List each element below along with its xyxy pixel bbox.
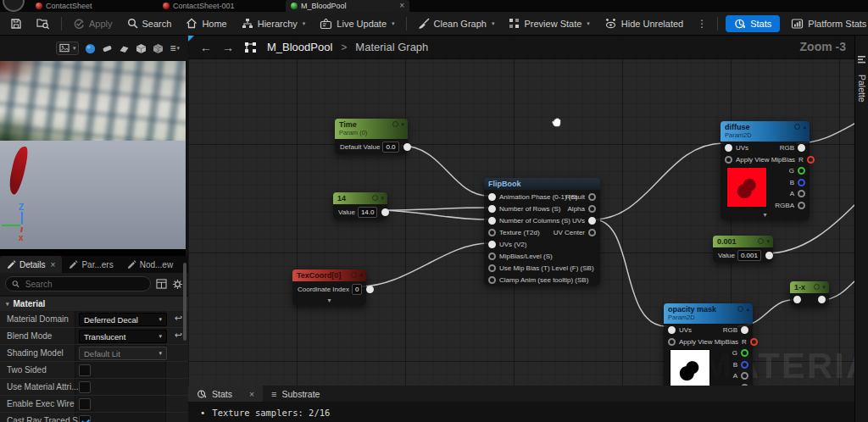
node-texcoord[interactable]: TexCoord[0]▾Coordinate Index0▾ bbox=[292, 269, 366, 306]
stats-toggle-button[interactable]: Stats bbox=[726, 15, 780, 32]
expand-chevron-icon[interactable]: ▾ bbox=[292, 297, 366, 306]
output-pin[interactable] bbox=[588, 205, 596, 213]
preview-custom-mesh-button[interactable] bbox=[153, 43, 164, 54]
node-time[interactable]: TimeParam (0)▾Default Value0.0 bbox=[335, 119, 408, 154]
preview-shape-plane-button[interactable] bbox=[119, 43, 130, 54]
platform-stats-button[interactable]: Platform Stats bbox=[787, 15, 868, 32]
tab-contactsheet-001[interactable]: ContactSheet-001 bbox=[158, 0, 281, 12]
details-search-box[interactable] bbox=[5, 276, 151, 292]
input-pin[interactable] bbox=[488, 193, 496, 201]
node-flipbook[interactable]: FlipBookAnimation Phase (0-1) (S)Number … bbox=[484, 178, 600, 286]
output-pin[interactable] bbox=[798, 190, 805, 197]
input-pin[interactable] bbox=[488, 276, 496, 284]
back-button[interactable]: ← bbox=[200, 41, 212, 54]
output-pin[interactable] bbox=[741, 372, 748, 380]
input-pin[interactable] bbox=[725, 156, 732, 164]
output-pin[interactable] bbox=[403, 143, 411, 151]
input-pin[interactable] bbox=[725, 144, 732, 152]
output-pin[interactable] bbox=[588, 193, 596, 201]
material-graph-canvas[interactable]: ← → M_BloodPool > Material Graph Zoom -3… bbox=[188, 36, 854, 386]
input-pin[interactable] bbox=[488, 217, 496, 225]
output-pin[interactable] bbox=[741, 326, 748, 334]
node-one-minus-x[interactable]: 1-x▾ bbox=[790, 281, 829, 306]
home-button[interactable]: Home bbox=[182, 15, 230, 31]
node-header[interactable]: 1-x▾ bbox=[790, 281, 829, 293]
unreal-logo-icon[interactable] bbox=[3, 0, 25, 12]
browse-content-button[interactable] bbox=[33, 14, 53, 32]
reset-to-default-icon[interactable]: ↩ bbox=[175, 313, 182, 324]
close-icon[interactable]: × bbox=[249, 389, 254, 399]
hide-unrelated-button[interactable]: Hide Unrelated bbox=[601, 15, 687, 31]
hierarchy-button[interactable]: Hierarchy ▾ bbox=[238, 15, 309, 31]
field-value[interactable]: 0 bbox=[352, 284, 362, 295]
output-pin[interactable] bbox=[750, 338, 758, 346]
preview-options-menu-button[interactable]: ≡ ▾ bbox=[170, 42, 180, 54]
node-header[interactable]: TimeParam (0)▾ bbox=[335, 119, 408, 139]
input-pin[interactable] bbox=[793, 296, 801, 303]
wire-time-to-flipbook[interactable] bbox=[402, 146, 488, 196]
tab-parameters[interactable]: Par...ers bbox=[62, 256, 120, 273]
chevron-up-icon[interactable]: ▴ bbox=[746, 306, 749, 312]
input-pin[interactable] bbox=[668, 326, 676, 334]
field-value[interactable]: 0.0 bbox=[382, 142, 398, 153]
details-search-input[interactable] bbox=[24, 279, 144, 290]
output-pin[interactable] bbox=[807, 156, 815, 164]
chevron-down-icon[interactable]: ▾ bbox=[822, 284, 826, 290]
field-value[interactable]: 0.001 bbox=[737, 250, 761, 261]
material-section-header[interactable]: ▾ Material bbox=[0, 297, 188, 311]
output-pin[interactable] bbox=[741, 361, 748, 369]
input-pin[interactable] bbox=[488, 264, 496, 272]
node-header[interactable]: 0.001▾ bbox=[713, 236, 773, 247]
chevron-down-icon[interactable]: ▾ bbox=[401, 121, 404, 127]
tab-node-preview[interactable]: Nod...ew bbox=[120, 256, 180, 273]
preview-state-button[interactable]: Preview State ▾ bbox=[505, 15, 593, 31]
chevron-down-icon[interactable]: ▾ bbox=[381, 195, 384, 201]
output-pin[interactable] bbox=[798, 202, 805, 209]
output-pin[interactable] bbox=[741, 349, 748, 357]
gear-icon[interactable] bbox=[172, 279, 183, 290]
two-sided-checkbox[interactable] bbox=[79, 364, 91, 376]
node-header[interactable]: diffuseParam2D▴ bbox=[721, 121, 810, 142]
close-icon[interactable]: × bbox=[51, 260, 56, 269]
material-domain-dropdown[interactable]: Deferred Decal▾ bbox=[79, 313, 167, 326]
output-pin[interactable] bbox=[366, 286, 374, 293]
wire-flipbook-to-opacity-mask[interactable] bbox=[593, 219, 666, 326]
tab-details[interactable]: Details × bbox=[0, 256, 62, 273]
output-pin[interactable] bbox=[798, 167, 805, 175]
node-opacity-mask[interactable]: opacity maskParam2D▴UVsRGBApply View Mip… bbox=[664, 303, 753, 386]
node-value-0001[interactable]: 0.001▾Value0.001 bbox=[713, 236, 773, 263]
tab-substrate[interactable]: ≡ Substrate bbox=[263, 386, 328, 402]
wire-flipbook-to-diffuse[interactable] bbox=[593, 143, 723, 219]
node-diffuse[interactable]: diffuseParam2D▴UVsRGBApply View MipBiasR… bbox=[721, 121, 810, 220]
search-button[interactable]: Search bbox=[124, 15, 175, 31]
preview-shape-cylinder-button[interactable] bbox=[102, 43, 113, 54]
node-header[interactable]: 14▾ bbox=[333, 192, 387, 204]
wire-constant-14-to-flipbook[interactable] bbox=[383, 208, 488, 210]
display-options-icon[interactable] bbox=[156, 279, 167, 289]
chevron-down-icon[interactable]: ▾ bbox=[359, 272, 363, 278]
blend-mode-dropdown[interactable]: Translucent▾ bbox=[79, 330, 167, 343]
input-pin[interactable] bbox=[488, 205, 496, 213]
details-scrollbar[interactable] bbox=[183, 263, 186, 341]
close-icon[interactable]: × bbox=[399, 2, 404, 10]
wire-constant-14-to-flipbook[interactable] bbox=[383, 210, 488, 219]
clean-graph-button[interactable]: Clean Graph ▾ bbox=[415, 15, 498, 32]
tab-stats[interactable]: Stats × bbox=[188, 386, 263, 402]
cast-ray-traced-s--checkbox[interactable] bbox=[79, 415, 91, 422]
reset-to-default-icon[interactable]: ↩ bbox=[175, 330, 182, 341]
input-pin[interactable] bbox=[488, 241, 496, 248]
output-pin[interactable] bbox=[798, 144, 805, 152]
preview-shape-cube-button[interactable] bbox=[136, 43, 147, 54]
output-pin[interactable] bbox=[588, 229, 596, 236]
input-pin[interactable] bbox=[488, 253, 496, 260]
wire-texcoord-to-flipbook[interactable] bbox=[360, 243, 488, 286]
breadcrumb-asset[interactable]: M_BloodPool bbox=[267, 41, 332, 53]
output-pin[interactable] bbox=[765, 252, 773, 259]
output-pin[interactable] bbox=[741, 384, 748, 386]
output-pin[interactable] bbox=[798, 179, 805, 186]
input-pin[interactable] bbox=[668, 338, 676, 346]
preview-capture-button[interactable]: ▾ bbox=[56, 42, 80, 55]
enable-exec-wire-checkbox[interactable] bbox=[79, 398, 91, 410]
preview-shape-sphere-button[interactable] bbox=[85, 43, 96, 54]
node-header[interactable]: TexCoord[0]▾ bbox=[292, 269, 366, 281]
